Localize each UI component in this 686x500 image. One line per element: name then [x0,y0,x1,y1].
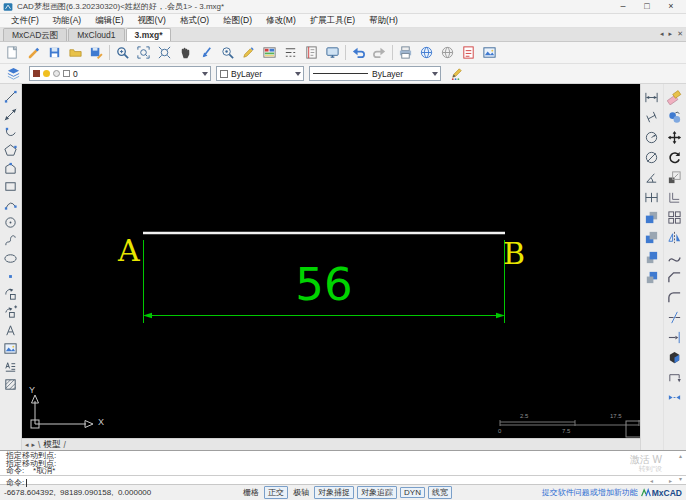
menu-item[interactable]: 功能(A) [46,15,88,27]
point-icon[interactable] [1,267,21,285]
edit-polyline-icon[interactable] [665,367,685,387]
extend-icon[interactable] [665,327,685,347]
doc-tab-MxCloud1[interactable]: MxCloud1 [68,28,124,41]
toggle-DYN[interactable]: DYN [400,487,425,498]
layer-on-icon[interactable] [43,70,50,77]
mtext-icon[interactable] [1,357,21,375]
scroll-down-icon[interactable]: ▾ [679,475,682,482]
save-as-icon[interactable] [86,43,107,63]
layer-freeze-icon[interactable] [33,70,40,77]
model-tab[interactable]: 模型 [43,439,60,451]
ellipse-icon[interactable] [1,249,21,267]
toggle-极轴[interactable]: 极轴 [291,487,311,498]
menu-item[interactable]: 视图(V) [131,15,173,27]
edit-spline-icon[interactable] [665,247,685,267]
publish-web-icon[interactable] [416,43,437,63]
mirror-icon[interactable] [665,227,685,247]
draw-order-below-icon[interactable] [642,267,662,287]
trim-icon[interactable] [665,307,685,327]
toggle-对象追踪[interactable]: 对象追踪 [357,486,397,499]
copy-icon[interactable] [665,107,685,127]
strip-prev-icon[interactable]: ◂ [25,441,29,449]
zoom-object-icon[interactable] [217,43,238,63]
layer-manager-icon[interactable] [259,43,280,63]
insert-block-icon[interactable] [1,285,21,303]
zoom-in-icon[interactable] [112,43,133,63]
tab-close-icon[interactable]: ✕ [677,30,683,38]
zoom-window-icon[interactable] [133,43,154,63]
linetype-select[interactable]: ByLayer [309,66,441,81]
toggle-线宽[interactable]: 线宽 [428,486,452,499]
color-select[interactable]: ByLayer [216,66,304,81]
polygon-icon[interactable] [1,141,21,159]
diameter-dimension-icon[interactable] [642,147,662,167]
rotate-icon[interactable] [665,147,685,167]
linear-dimension-icon[interactable] [642,87,662,107]
toggle-对象捕捉[interactable]: 对象捕捉 [314,486,354,499]
feedback-link[interactable]: 提交软件问题或增加新功能 [542,487,638,498]
polyline-icon[interactable] [1,159,21,177]
create-block-icon[interactable] [1,303,21,321]
spline-icon[interactable] [1,231,21,249]
rectangle-icon[interactable] [1,177,21,195]
scroll-left-icon[interactable]: ◂ [650,477,653,484]
find-icon[interactable] [238,43,259,63]
scroll-right-icon[interactable]: ▸ [669,477,672,484]
erase-icon[interactable] [665,87,685,107]
point-label-a[interactable]: A [118,236,140,266]
text-icon[interactable] [1,321,21,339]
menu-item[interactable]: 扩展工具(E) [303,15,362,27]
linetype-manager-icon[interactable] [280,43,301,63]
export-pdf-icon[interactable] [458,43,479,63]
move-icon[interactable] [665,127,685,147]
menu-item[interactable]: 帮助(H) [362,15,405,27]
command-vertical-scrollbar[interactable]: ▴ ▾ [676,452,685,482]
circle-icon[interactable] [1,213,21,231]
dimension-text[interactable]: 56 [244,262,404,307]
insert-image-icon[interactable] [479,43,500,63]
command-horizontal-scrollbar[interactable]: ◂ ▸ [650,477,672,484]
construction-line-icon[interactable] [1,105,21,123]
draw-order-above-icon[interactable] [642,247,662,267]
redo-icon[interactable] [369,43,390,63]
tab-prev-icon[interactable]: ◂ [660,30,664,38]
command-input[interactable]: 命令: [6,477,27,488]
menu-item[interactable]: 绘图(D) [216,15,259,27]
toggle-栅格[interactable]: 栅格 [241,487,261,498]
display-options-icon[interactable] [322,43,343,63]
drawing-canvas[interactable]: A B 56 Y X 2.5 17.5 0 7.5 [22,84,640,438]
draw-color-icon[interactable] [446,64,467,84]
scroll-up-icon[interactable]: ▴ [679,452,682,459]
layers-icon[interactable] [3,64,24,84]
open-folder-icon[interactable] [65,43,86,63]
draw-order-back-icon[interactable] [642,227,662,247]
strip-next-icon[interactable]: ▸ [32,441,36,449]
close-button[interactable]: × [659,0,683,13]
arc-icon[interactable] [1,123,21,141]
continue-dimension-icon[interactable] [642,187,662,207]
join-icon[interactable] [665,387,685,407]
hatch-icon[interactable] [1,375,21,393]
doc-tab-3.mxg*[interactable]: 3.mxg* [126,28,172,41]
new-file-icon[interactable] [2,43,23,63]
doc-tab-MxCAD云图[interactable]: MxCAD云图 [3,28,67,41]
menu-item[interactable]: 文件(F) [4,15,46,27]
point-label-b[interactable]: B [503,239,525,269]
open-drawing-icon[interactable] [23,43,44,63]
toggle-正交[interactable]: 正交 [264,486,288,499]
layer-lock-icon[interactable] [53,70,60,77]
pan-icon[interactable] [175,43,196,63]
layer-select[interactable]: 0 [29,66,211,81]
draw-order-front-icon[interactable] [642,207,662,227]
menu-item[interactable]: 修改(M) [259,15,303,27]
zoom-previous-icon[interactable] [196,43,217,63]
chamfer-icon[interactable] [665,267,685,287]
fillet-icon[interactable] [665,287,685,307]
explode-icon[interactable] [665,347,685,367]
array-icon[interactable] [665,207,685,227]
text-style-icon[interactable] [301,43,322,63]
radius-dimension-icon[interactable] [642,127,662,147]
line-icon[interactable] [1,87,21,105]
arc-3-point-icon[interactable] [1,195,21,213]
web-settings-icon[interactable] [437,43,458,63]
